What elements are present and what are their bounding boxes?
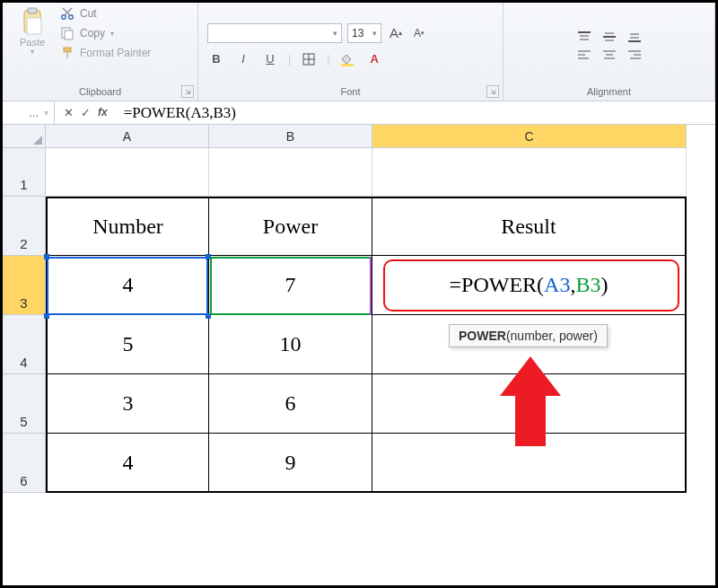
cell-B6[interactable]: 9 xyxy=(209,434,372,493)
col-header-B[interactable]: B xyxy=(209,125,372,148)
align-right-button[interactable] xyxy=(626,48,643,61)
svg-rect-2 xyxy=(27,18,41,34)
cancel-formula-button[interactable]: ✕ xyxy=(64,106,74,119)
cell-B1[interactable] xyxy=(209,148,372,197)
cell-A1[interactable] xyxy=(46,148,209,197)
row-header-6[interactable]: 6 xyxy=(3,434,46,493)
svg-rect-6 xyxy=(65,31,73,39)
svg-point-3 xyxy=(62,15,66,20)
paste-label: Paste xyxy=(12,37,53,48)
row-5: 5 3 6 xyxy=(3,374,715,434)
name-box[interactable]: ... ▾ xyxy=(3,101,55,124)
group-alignment: Alignment xyxy=(503,3,715,101)
col-header-A[interactable]: A xyxy=(46,125,209,148)
copy-icon xyxy=(60,26,74,40)
svg-rect-8 xyxy=(66,52,68,58)
font-color-button[interactable]: A xyxy=(365,50,383,68)
row-header-3[interactable]: 3 xyxy=(3,256,46,315)
svg-point-4 xyxy=(69,15,74,20)
formula-input[interactable]: =POWER(A3,B3) xyxy=(117,104,715,122)
row-header-2[interactable]: 2 xyxy=(3,197,46,256)
clipboard-icon xyxy=(12,6,53,37)
row-header-1[interactable]: 1 xyxy=(3,148,46,197)
ribbon: Paste ▾ Cut Copy ▾ Format Painter C xyxy=(3,3,715,101)
group-clipboard: Paste ▾ Cut Copy ▾ Format Painter C xyxy=(3,3,198,101)
font-name-combo[interactable]: ▾ xyxy=(207,23,342,43)
font-dialog-launcher[interactable]: ⇲ xyxy=(486,85,499,98)
shrink-font-button[interactable]: A▾ xyxy=(410,24,428,42)
align-top-button[interactable] xyxy=(576,31,592,43)
cell-B5[interactable]: 6 xyxy=(209,374,372,434)
function-tooltip[interactable]: POWER(number, power) xyxy=(449,324,608,347)
cell-C3[interactable]: =POWER(A3,B3) xyxy=(372,256,687,315)
borders-button[interactable] xyxy=(300,50,318,68)
row-header-4[interactable]: 4 xyxy=(3,315,46,374)
row-header-5[interactable]: 5 xyxy=(3,374,46,434)
cell-A3[interactable]: 4 xyxy=(46,256,209,315)
grow-font-button[interactable]: A▴ xyxy=(387,24,405,42)
bold-button[interactable]: B xyxy=(207,50,225,68)
cell-A5[interactable]: 3 xyxy=(46,374,209,434)
format-painter-button[interactable]: Format Painter xyxy=(60,46,151,60)
row-2: 2 Number Power Result xyxy=(3,197,715,256)
svg-rect-12 xyxy=(341,64,354,66)
cell-A6[interactable]: 4 xyxy=(46,434,209,493)
cell-B4[interactable]: 10 xyxy=(209,315,372,374)
row-4: 4 5 10 xyxy=(3,315,715,374)
italic-button[interactable]: I xyxy=(234,50,252,68)
copy-button[interactable]: Copy ▾ xyxy=(60,26,151,40)
worksheet[interactable]: A B C 1 2 Number Power Result 3 4 7 =POW… xyxy=(3,125,715,493)
row-3: 3 4 7 =POWER(A3,B3) xyxy=(3,256,715,315)
paintbrush-icon xyxy=(60,46,74,60)
cell-A4[interactable]: 5 xyxy=(46,315,209,374)
group-label-font: Font xyxy=(207,84,494,99)
cell-C2[interactable]: Result xyxy=(372,197,687,256)
group-font: ▾ 13 ▾ A▴ A▾ B I U | | A Font ⇲ xyxy=(198,3,503,101)
cell-B2[interactable]: Power xyxy=(209,197,372,256)
align-middle-button[interactable] xyxy=(601,31,617,43)
cell-B3[interactable]: 7 xyxy=(209,256,372,315)
cell-C1[interactable] xyxy=(372,148,687,197)
cell-A2[interactable]: Number xyxy=(46,197,209,256)
insert-function-button[interactable]: fx xyxy=(98,106,108,119)
scissors-icon xyxy=(60,6,74,21)
paste-button[interactable]: Paste ▾ xyxy=(12,6,53,56)
formula-bar: ... ▾ ✕ ✓ fx =POWER(A3,B3) xyxy=(3,101,715,125)
row-1: 1 xyxy=(3,148,715,197)
enter-formula-button[interactable]: ✓ xyxy=(81,106,91,119)
col-header-C[interactable]: C xyxy=(372,125,687,148)
underline-button[interactable]: U xyxy=(261,50,279,68)
font-size-combo[interactable]: 13 ▾ xyxy=(347,23,381,43)
svg-rect-1 xyxy=(28,8,37,13)
cut-button[interactable]: Cut xyxy=(60,6,151,21)
group-label-clipboard: Clipboard xyxy=(12,84,188,99)
align-center-button[interactable] xyxy=(601,48,617,61)
group-label-alignment: Alignment xyxy=(512,84,705,99)
row-6: 6 4 9 xyxy=(3,434,715,493)
fill-color-button[interactable] xyxy=(338,50,356,68)
clipboard-dialog-launcher[interactable]: ⇲ xyxy=(181,85,194,98)
align-bottom-button[interactable] xyxy=(626,31,643,43)
select-all-corner[interactable] xyxy=(3,125,46,148)
align-left-button[interactable] xyxy=(576,48,592,61)
editing-formula: =POWER(A3,B3) xyxy=(450,273,609,297)
annotation-arrow-icon xyxy=(503,356,557,446)
svg-rect-7 xyxy=(64,48,71,52)
